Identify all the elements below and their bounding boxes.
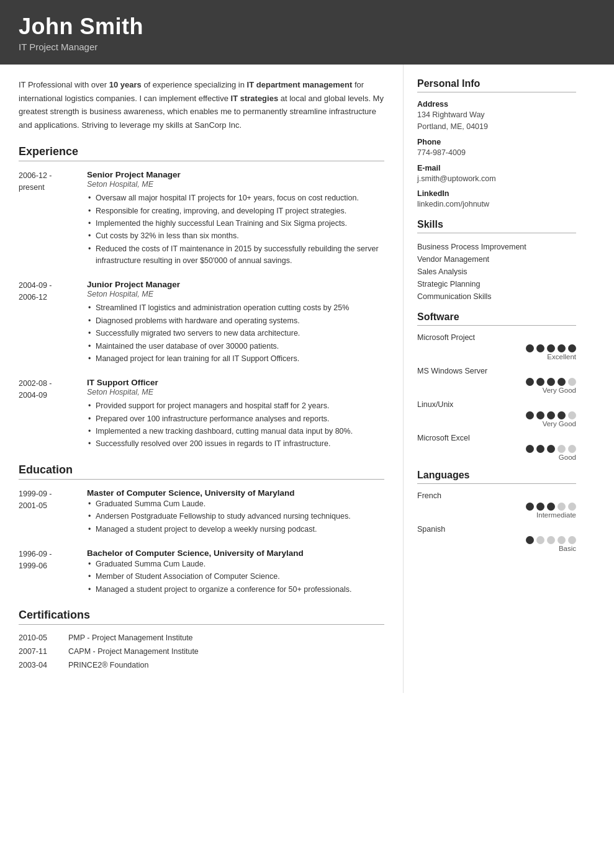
skill-item: Business Process Improvement — [417, 241, 576, 253]
software-title: Software — [417, 311, 576, 326]
language-name: French — [417, 491, 576, 500]
dot-filled — [547, 344, 555, 352]
education-list: 1999-09 -2001-05 Master of Computer Scie… — [19, 488, 384, 596]
bullet-item: Responsible for creating, improving, and… — [87, 205, 384, 217]
languages-title: Languages — [417, 470, 576, 484]
exp-job-title: IT Support Officer — [87, 378, 384, 387]
dot-empty — [568, 378, 576, 386]
skill-item: Vendor Management — [417, 253, 576, 266]
dot-filled — [536, 445, 544, 453]
software-name: Linux/Unix — [417, 400, 576, 409]
summary: IT Professional with over 10 years of ex… — [19, 78, 384, 132]
exp-company: Seton Hospital, ME — [87, 180, 384, 189]
language-rating: Intermediate — [417, 511, 576, 519]
exp-company: Seton Hospital, ME — [87, 290, 384, 298]
bullet-item: Successfully migrated two servers to new… — [87, 328, 384, 339]
edu-content: Master of Computer Science, University o… — [87, 488, 384, 536]
dot-row — [417, 445, 576, 453]
exp-job-title: Junior Project Manager — [87, 280, 384, 289]
software-name: MS Windows Server — [417, 367, 576, 375]
linkedin-value: linkedin.com/johnutw — [417, 199, 576, 210]
phone-block: Phone 774-987-4009 — [417, 138, 576, 159]
edu-content: Bachelor of Computer Science, University… — [87, 548, 384, 596]
exp-job-title: Senior Project Manager — [87, 170, 384, 179]
bullet-item: Prepared over 100 infrastructure perform… — [87, 413, 384, 425]
bullet-item: Graduated Summa Cum Laude. — [87, 558, 384, 570]
education-item: 1996-09 -1999-06 Bachelor of Computer Sc… — [19, 548, 384, 596]
experience-item: 2006-12 -present Senior Project Manager … — [19, 170, 384, 267]
software-item: Linux/Unix Very Good — [417, 400, 576, 427]
edu-degree: Master of Computer Science, University o… — [87, 488, 384, 498]
address-value: 134 Rightward WayPortland, ME, 04019 — [417, 109, 576, 133]
dot-empty — [558, 536, 566, 544]
dot-filled — [547, 503, 555, 511]
dot-filled — [526, 378, 534, 386]
bullet-item: Reduced the costs of IT maintenance in 2… — [87, 243, 384, 267]
exp-company: Seton Hospital, ME — [87, 388, 384, 396]
dot-filled — [558, 411, 566, 419]
software-name: Microsoft Excel — [417, 434, 576, 442]
bullet-item: Managed a student project to develop a w… — [87, 524, 384, 535]
bullet-item: Provided support for project managers an… — [87, 400, 384, 412]
header-name: John Smith — [19, 14, 595, 39]
bullet-item: Cut costs by 32% in less than six months… — [87, 230, 384, 242]
edu-dates: 1996-09 -1999-06 — [19, 548, 87, 596]
dot-empty — [558, 445, 566, 453]
dot-filled — [526, 445, 534, 453]
bullet-item: Andersen Postgraduate Fellowship to stud… — [87, 511, 384, 522]
language-item: French Intermediate — [417, 491, 576, 519]
cert-date: 2007-11 — [19, 647, 68, 656]
education-section-title: Education — [19, 463, 384, 480]
software-item: Microsoft Project Excellent — [417, 333, 576, 360]
dot-filled — [547, 445, 555, 453]
experience-list: 2006-12 -present Senior Project Manager … — [19, 170, 384, 451]
experience-section-title: Experience — [19, 145, 384, 161]
exp-dates: 2004-09 -2006-12 — [19, 280, 87, 365]
exp-bullets: Oversaw all major hospital IT projects f… — [87, 192, 384, 267]
skill-item: Communication Skills — [417, 290, 576, 303]
dot-filled — [526, 411, 534, 419]
software-list: Microsoft Project Excellent MS Windows S… — [417, 333, 576, 461]
experience-item: 2002-08 -2004-09 IT Support Officer Seto… — [19, 378, 384, 451]
header: John Smith IT Project Manager — [0, 0, 614, 65]
dot-empty — [558, 503, 566, 511]
skills-list: Business Process ImprovementVendor Manag… — [417, 241, 576, 303]
exp-dates: 2006-12 -present — [19, 170, 87, 267]
exp-content: IT Support Officer Seton Hospital, ME Pr… — [87, 378, 384, 451]
email-block: E-mail j.smith@uptowork.com — [417, 164, 576, 185]
dot-filled — [536, 378, 544, 386]
dot-filled — [536, 411, 544, 419]
cert-text: PRINCE2® Foundation — [68, 661, 148, 669]
dot-empty — [568, 503, 576, 511]
certification-item: 2003-04 PRINCE2® Foundation — [19, 661, 384, 669]
email-label: E-mail — [417, 164, 576, 172]
header-title: IT Project Manager — [19, 42, 595, 52]
exp-dates: 2002-08 -2004-09 — [19, 378, 87, 451]
skill-item: Sales Analysis — [417, 266, 576, 278]
software-item: Microsoft Excel Good — [417, 434, 576, 461]
dot-filled — [526, 503, 534, 511]
dot-row — [417, 411, 576, 419]
skills-title: Skills — [417, 219, 576, 233]
education-item: 1999-09 -2001-05 Master of Computer Scie… — [19, 488, 384, 536]
bullet-item: Oversaw all major hospital IT projects f… — [87, 192, 384, 204]
software-name: Microsoft Project — [417, 333, 576, 342]
bullet-item: Maintained the user database of over 300… — [87, 341, 384, 352]
cert-text: CAPM - Project Management Institute — [68, 647, 199, 656]
bullet-item: Member of Student Association of Compute… — [87, 571, 384, 583]
edu-dates: 1999-09 -2001-05 — [19, 488, 87, 536]
bullet-item: Streamlined IT logistics and administrat… — [87, 302, 384, 314]
dot-empty — [568, 411, 576, 419]
address-label: Address — [417, 100, 576, 109]
exp-bullets: Streamlined IT logistics and administrat… — [87, 302, 384, 365]
languages-list: French Intermediate Spanish Basic — [417, 491, 576, 552]
exp-bullets: Provided support for project managers an… — [87, 400, 384, 450]
right-column: Personal Info Address 134 Rightward WayP… — [404, 65, 590, 693]
software-rating: Excellent — [417, 353, 576, 360]
dot-empty — [568, 536, 576, 544]
dot-filled — [558, 344, 566, 352]
dot-empty — [547, 536, 555, 544]
exp-content: Senior Project Manager Seton Hospital, M… — [87, 170, 384, 267]
bullet-item: Managed project for lean training for al… — [87, 353, 384, 365]
dot-row — [417, 344, 576, 352]
